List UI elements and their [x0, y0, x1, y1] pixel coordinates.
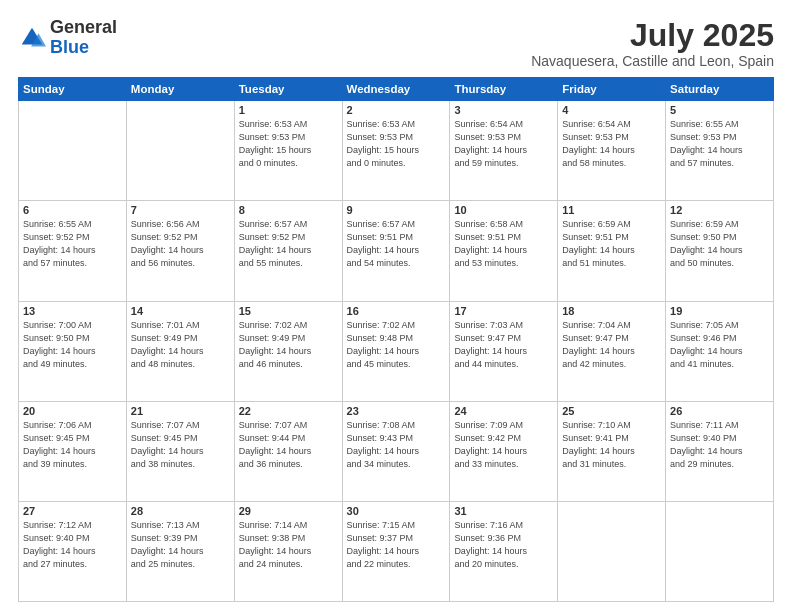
day-num-15: 15	[239, 305, 338, 317]
day-num-23: 23	[347, 405, 446, 417]
day-info-2: Sunrise: 6:53 AM Sunset: 9:53 PM Dayligh…	[347, 118, 446, 170]
day-num-25: 25	[562, 405, 661, 417]
week-row-1: 6Sunrise: 6:55 AM Sunset: 9:52 PM Daylig…	[19, 201, 774, 301]
header-wednesday: Wednesday	[342, 78, 450, 101]
day-num-9: 9	[347, 204, 446, 216]
day-info-18: Sunrise: 7:04 AM Sunset: 9:47 PM Dayligh…	[562, 319, 661, 371]
cell-w1-d4: 10Sunrise: 6:58 AM Sunset: 9:51 PM Dayli…	[450, 201, 558, 301]
day-info-8: Sunrise: 6:57 AM Sunset: 9:52 PM Dayligh…	[239, 218, 338, 270]
day-num-11: 11	[562, 204, 661, 216]
header-thursday: Thursday	[450, 78, 558, 101]
cell-w2-d4: 17Sunrise: 7:03 AM Sunset: 9:47 PM Dayli…	[450, 301, 558, 401]
day-info-10: Sunrise: 6:58 AM Sunset: 9:51 PM Dayligh…	[454, 218, 553, 270]
day-num-24: 24	[454, 405, 553, 417]
cell-w0-d1	[126, 101, 234, 201]
page: General Blue July 2025 Navaquesera, Cast…	[0, 0, 792, 612]
day-info-28: Sunrise: 7:13 AM Sunset: 9:39 PM Dayligh…	[131, 519, 230, 571]
cell-w1-d2: 8Sunrise: 6:57 AM Sunset: 9:52 PM Daylig…	[234, 201, 342, 301]
day-info-9: Sunrise: 6:57 AM Sunset: 9:51 PM Dayligh…	[347, 218, 446, 270]
cell-w1-d1: 7Sunrise: 6:56 AM Sunset: 9:52 PM Daylig…	[126, 201, 234, 301]
day-num-1: 1	[239, 104, 338, 116]
day-info-22: Sunrise: 7:07 AM Sunset: 9:44 PM Dayligh…	[239, 419, 338, 471]
day-info-11: Sunrise: 6:59 AM Sunset: 9:51 PM Dayligh…	[562, 218, 661, 270]
week-row-0: 1Sunrise: 6:53 AM Sunset: 9:53 PM Daylig…	[19, 101, 774, 201]
cell-w4-d4: 31Sunrise: 7:16 AM Sunset: 9:36 PM Dayli…	[450, 501, 558, 601]
cell-w4-d5	[558, 501, 666, 601]
day-num-10: 10	[454, 204, 553, 216]
day-num-21: 21	[131, 405, 230, 417]
cell-w0-d2: 1Sunrise: 6:53 AM Sunset: 9:53 PM Daylig…	[234, 101, 342, 201]
day-info-16: Sunrise: 7:02 AM Sunset: 9:48 PM Dayligh…	[347, 319, 446, 371]
cell-w3-d6: 26Sunrise: 7:11 AM Sunset: 9:40 PM Dayli…	[666, 401, 774, 501]
day-info-14: Sunrise: 7:01 AM Sunset: 9:49 PM Dayligh…	[131, 319, 230, 371]
cell-w2-d1: 14Sunrise: 7:01 AM Sunset: 9:49 PM Dayli…	[126, 301, 234, 401]
day-num-19: 19	[670, 305, 769, 317]
month-year: July 2025	[531, 18, 774, 53]
location: Navaquesera, Castille and Leon, Spain	[531, 53, 774, 69]
header-sunday: Sunday	[19, 78, 127, 101]
day-info-29: Sunrise: 7:14 AM Sunset: 9:38 PM Dayligh…	[239, 519, 338, 571]
day-info-15: Sunrise: 7:02 AM Sunset: 9:49 PM Dayligh…	[239, 319, 338, 371]
logo-general-text: General	[50, 17, 117, 37]
header-monday: Monday	[126, 78, 234, 101]
cell-w3-d2: 22Sunrise: 7:07 AM Sunset: 9:44 PM Dayli…	[234, 401, 342, 501]
header-friday: Friday	[558, 78, 666, 101]
cell-w2-d3: 16Sunrise: 7:02 AM Sunset: 9:48 PM Dayli…	[342, 301, 450, 401]
day-num-26: 26	[670, 405, 769, 417]
cell-w0-d5: 4Sunrise: 6:54 AM Sunset: 9:53 PM Daylig…	[558, 101, 666, 201]
day-info-13: Sunrise: 7:00 AM Sunset: 9:50 PM Dayligh…	[23, 319, 122, 371]
day-num-28: 28	[131, 505, 230, 517]
cell-w1-d5: 11Sunrise: 6:59 AM Sunset: 9:51 PM Dayli…	[558, 201, 666, 301]
cell-w4-d0: 27Sunrise: 7:12 AM Sunset: 9:40 PM Dayli…	[19, 501, 127, 601]
day-info-4: Sunrise: 6:54 AM Sunset: 9:53 PM Dayligh…	[562, 118, 661, 170]
day-info-21: Sunrise: 7:07 AM Sunset: 9:45 PM Dayligh…	[131, 419, 230, 471]
day-info-24: Sunrise: 7:09 AM Sunset: 9:42 PM Dayligh…	[454, 419, 553, 471]
day-info-7: Sunrise: 6:56 AM Sunset: 9:52 PM Dayligh…	[131, 218, 230, 270]
cell-w4-d1: 28Sunrise: 7:13 AM Sunset: 9:39 PM Dayli…	[126, 501, 234, 601]
week-row-2: 13Sunrise: 7:00 AM Sunset: 9:50 PM Dayli…	[19, 301, 774, 401]
day-info-20: Sunrise: 7:06 AM Sunset: 9:45 PM Dayligh…	[23, 419, 122, 471]
cell-w4-d3: 30Sunrise: 7:15 AM Sunset: 9:37 PM Dayli…	[342, 501, 450, 601]
day-info-31: Sunrise: 7:16 AM Sunset: 9:36 PM Dayligh…	[454, 519, 553, 571]
day-num-13: 13	[23, 305, 122, 317]
cell-w0-d0	[19, 101, 127, 201]
day-num-29: 29	[239, 505, 338, 517]
day-info-25: Sunrise: 7:10 AM Sunset: 9:41 PM Dayligh…	[562, 419, 661, 471]
cell-w0-d4: 3Sunrise: 6:54 AM Sunset: 9:53 PM Daylig…	[450, 101, 558, 201]
cell-w0-d3: 2Sunrise: 6:53 AM Sunset: 9:53 PM Daylig…	[342, 101, 450, 201]
title-block: July 2025 Navaquesera, Castille and Leon…	[531, 18, 774, 69]
header-saturday: Saturday	[666, 78, 774, 101]
logo-icon	[18, 24, 46, 52]
day-num-2: 2	[347, 104, 446, 116]
cell-w1-d0: 6Sunrise: 6:55 AM Sunset: 9:52 PM Daylig…	[19, 201, 127, 301]
day-num-5: 5	[670, 104, 769, 116]
day-num-30: 30	[347, 505, 446, 517]
day-info-17: Sunrise: 7:03 AM Sunset: 9:47 PM Dayligh…	[454, 319, 553, 371]
day-num-4: 4	[562, 104, 661, 116]
day-num-31: 31	[454, 505, 553, 517]
cell-w3-d3: 23Sunrise: 7:08 AM Sunset: 9:43 PM Dayli…	[342, 401, 450, 501]
day-info-12: Sunrise: 6:59 AM Sunset: 9:50 PM Dayligh…	[670, 218, 769, 270]
cell-w3-d4: 24Sunrise: 7:09 AM Sunset: 9:42 PM Dayli…	[450, 401, 558, 501]
header-tuesday: Tuesday	[234, 78, 342, 101]
cell-w1-d6: 12Sunrise: 6:59 AM Sunset: 9:50 PM Dayli…	[666, 201, 774, 301]
week-row-4: 27Sunrise: 7:12 AM Sunset: 9:40 PM Dayli…	[19, 501, 774, 601]
day-num-14: 14	[131, 305, 230, 317]
cell-w3-d1: 21Sunrise: 7:07 AM Sunset: 9:45 PM Dayli…	[126, 401, 234, 501]
cell-w2-d5: 18Sunrise: 7:04 AM Sunset: 9:47 PM Dayli…	[558, 301, 666, 401]
day-info-26: Sunrise: 7:11 AM Sunset: 9:40 PM Dayligh…	[670, 419, 769, 471]
day-num-16: 16	[347, 305, 446, 317]
day-num-18: 18	[562, 305, 661, 317]
day-info-1: Sunrise: 6:53 AM Sunset: 9:53 PM Dayligh…	[239, 118, 338, 170]
day-info-5: Sunrise: 6:55 AM Sunset: 9:53 PM Dayligh…	[670, 118, 769, 170]
cell-w0-d6: 5Sunrise: 6:55 AM Sunset: 9:53 PM Daylig…	[666, 101, 774, 201]
day-info-19: Sunrise: 7:05 AM Sunset: 9:46 PM Dayligh…	[670, 319, 769, 371]
cell-w1-d3: 9Sunrise: 6:57 AM Sunset: 9:51 PM Daylig…	[342, 201, 450, 301]
day-info-23: Sunrise: 7:08 AM Sunset: 9:43 PM Dayligh…	[347, 419, 446, 471]
day-info-27: Sunrise: 7:12 AM Sunset: 9:40 PM Dayligh…	[23, 519, 122, 571]
day-info-30: Sunrise: 7:15 AM Sunset: 9:37 PM Dayligh…	[347, 519, 446, 571]
cell-w2-d6: 19Sunrise: 7:05 AM Sunset: 9:46 PM Dayli…	[666, 301, 774, 401]
day-num-22: 22	[239, 405, 338, 417]
cell-w2-d2: 15Sunrise: 7:02 AM Sunset: 9:49 PM Dayli…	[234, 301, 342, 401]
day-num-20: 20	[23, 405, 122, 417]
